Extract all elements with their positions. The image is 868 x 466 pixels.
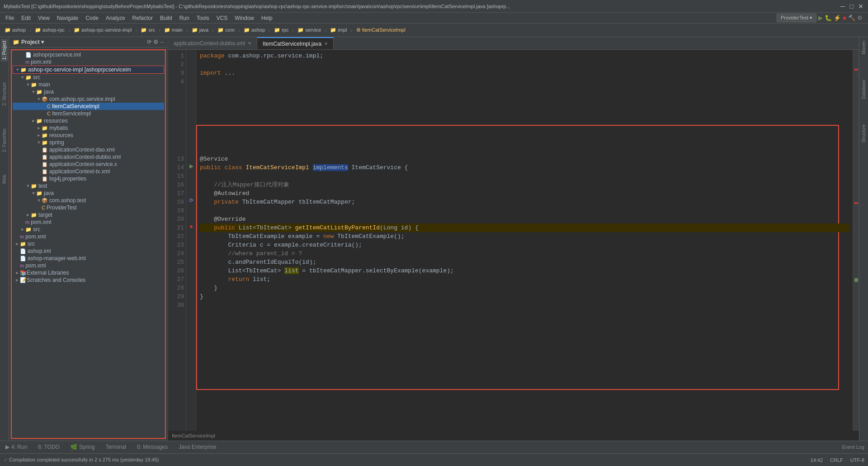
menu-view[interactable]: View: [34, 14, 53, 22]
menu-file[interactable]: File: [2, 14, 18, 22]
status-encoding[interactable]: UTF-8: [850, 457, 864, 463]
menu-analyze[interactable]: Analyze: [102, 14, 129, 22]
close-button[interactable]: ✕: [857, 3, 864, 10]
tree-item-src1[interactable]: ▼ 📁 src: [13, 74, 164, 81]
tree-item-provider-test[interactable]: C ProviderTest: [13, 204, 164, 211]
menu-window[interactable]: Window: [231, 14, 258, 22]
tree-item-mybatis[interactable]: ► 📁 mybatis: [13, 124, 164, 132]
tree-item-ctx-tx[interactable]: 📋 applicationContext-tx.xml: [13, 168, 164, 175]
tab-javaee[interactable]: Java Enterprise: [173, 441, 222, 453]
event-log[interactable]: Event Log: [842, 444, 868, 450]
tab-run[interactable]: ▶ 4: Run: [0, 441, 33, 453]
run-gutter-icon[interactable]: ▶: [189, 163, 193, 169]
tree-item-spring[interactable]: ▼ 📁 spring: [13, 139, 164, 146]
tree-item-ashop-test[interactable]: ▼ 📦 com.ashop.test: [13, 197, 164, 204]
tree-item-scratches[interactable]: ► 📝 Scratches and Consoles: [13, 276, 164, 284]
tab-spring[interactable]: 🌿 Spring: [65, 441, 100, 453]
menu-edit[interactable]: Edit: [18, 14, 34, 22]
tree-item-ashoprpcservice[interactable]: 📄 ashoprpcservice.iml: [13, 51, 164, 58]
bc-itemcat[interactable]: ItemCatServiceImpl: [172, 433, 215, 438]
favorites-icon[interactable]: 2: Favorites: [1, 127, 8, 154]
tab-appctx-close[interactable]: ✕: [248, 41, 251, 46]
build-button[interactable]: 🔨: [848, 14, 855, 21]
tree-item-test[interactable]: ▼ 📁 test: [13, 182, 164, 190]
code-editor[interactable]: 1 2 3 4 13 14 15 16 17 18 19 20: [168, 50, 859, 431]
tree-item-src3[interactable]: ► 📁 src: [13, 240, 164, 247]
database-icon[interactable]: Database: [860, 78, 867, 101]
xml-dao-icon: 📋: [42, 147, 48, 153]
breadcrumb-service-impl[interactable]: 📁 ashop-rpc-service-impl: [71, 26, 134, 34]
tree-item-package[interactable]: ▼ 📦 com.ashop.rpc.service.impl: [13, 95, 164, 103]
tree-item-manager-iml[interactable]: 📄 ashop-manager-web.iml: [13, 255, 164, 262]
tab-appctx[interactable]: applicationContext-dubbo.xml ✕: [168, 37, 257, 49]
refresh-gutter-icon[interactable]: ⟳: [189, 197, 193, 204]
tree-item-java[interactable]: ▼ 📁 java: [13, 88, 164, 95]
sync-icon[interactable]: ⟳: [147, 39, 151, 45]
menu-code[interactable]: Code: [82, 14, 102, 22]
breadcrumb-service[interactable]: 📁 service: [295, 26, 324, 34]
tree-item-service-impl-root[interactable]: ▼ 📁 ashop-rpc-service-impl [ashoprpcserv…: [13, 66, 164, 74]
breadcrumb-itemcat[interactable]: ⚙ ItemCatServiceImpl: [354, 26, 408, 34]
settings-icon-project[interactable]: ⚙: [153, 39, 158, 45]
structure-right-icon[interactable]: Structure: [860, 123, 867, 145]
menu-refactor[interactable]: Refactor: [129, 14, 156, 22]
debug-button[interactable]: 🐛: [825, 14, 832, 21]
run-config-selector[interactable]: ProviderTest ▾: [777, 14, 816, 22]
tab-itemcat[interactable]: ItemCatServiceImpl.java ✕: [257, 37, 334, 49]
tab-itemcat-close[interactable]: ✕: [324, 41, 328, 46]
menu-run[interactable]: Run: [176, 14, 193, 22]
breadcrumb-ashop-rpc[interactable]: 📁 ashop-rpc: [32, 26, 67, 34]
minimize-button[interactable]: ─: [839, 3, 846, 10]
run-button[interactable]: ▶: [818, 14, 823, 21]
tab-terminal[interactable]: Terminal: [100, 441, 132, 453]
menu-tools[interactable]: Tools: [193, 14, 213, 22]
menu-navigate[interactable]: Navigate: [53, 14, 82, 22]
project-panel-icon[interactable]: 1: Project: [1, 39, 8, 62]
java-test-icon: C: [42, 205, 45, 210]
tree-item-pom3[interactable]: m pom.xml: [13, 233, 164, 240]
tree-item-ctx-service[interactable]: 📋 applicationContext-service.x: [13, 161, 164, 168]
menu-help[interactable]: Help: [258, 14, 276, 22]
breadcrumb-com[interactable]: 📁 com: [215, 26, 237, 34]
maven-icon[interactable]: Maven: [860, 39, 867, 56]
code-content[interactable]: package com.ashop.rpc.service.impl; impo…: [196, 50, 853, 431]
tree-item-ashop-iml[interactable]: 📄 ashop.iml: [13, 247, 164, 255]
tree-item-itemservice[interactable]: C ItemServiceImpl: [13, 110, 164, 117]
breadcrumb-main[interactable]: 📁 main: [161, 26, 185, 34]
web-icon[interactable]: Web: [1, 173, 8, 185]
settings-button[interactable]: ⚙: [857, 14, 863, 21]
run-with-coverage[interactable]: ⚡: [834, 14, 841, 21]
tree-item-target[interactable]: ► 📁 target: [13, 211, 164, 219]
breadcrumb-ashop2[interactable]: 📁 ashop: [241, 26, 268, 34]
tree-item-resources2[interactable]: ► 📁 resources: [13, 132, 164, 139]
status-crlf[interactable]: CRLF: [830, 457, 843, 463]
breadcrumb-ashop[interactable]: 📁 ashop: [2, 26, 28, 34]
breadcrumb-src[interactable]: 📁 src: [138, 26, 158, 34]
maximize-button[interactable]: □: [848, 3, 855, 10]
collapse-icon[interactable]: ─: [160, 39, 164, 45]
tree-item-pom1[interactable]: m pom.xml: [13, 58, 164, 66]
tab-todo[interactable]: 6: TODO: [33, 441, 65, 453]
tree-item-pom2[interactable]: m pom.xml: [13, 219, 164, 226]
tab-messages[interactable]: 0: Messages: [132, 441, 173, 453]
tree-item-resources1[interactable]: ► 📁 resources: [13, 117, 164, 124]
folder-test-icon: 📁: [31, 183, 37, 189]
tree-item-main[interactable]: ▼ 📁 main: [13, 81, 164, 88]
menu-build[interactable]: Build: [156, 14, 176, 22]
tree-item-ctx-dubbo[interactable]: 📋 applicationContext-dubbo.xml: [13, 153, 164, 161]
scrollbar[interactable]: [853, 50, 859, 431]
tree-item-log4j[interactable]: 📋 log4j.properties: [13, 175, 164, 182]
breadcrumb-rpc[interactable]: 📁 rpc: [271, 26, 291, 34]
tree-item-itemcat-selected[interactable]: C ItemCatServiceImpl: [13, 103, 164, 110]
structure-icon[interactable]: 2: Structure: [1, 81, 8, 108]
stop-button[interactable]: ■: [843, 14, 846, 21]
tree-item-pom4[interactable]: m pom.xml: [13, 262, 164, 269]
tree-item-java2[interactable]: ▼ 📁 java: [13, 190, 164, 197]
breadcrumb-impl2[interactable]: 📁 impl: [327, 26, 349, 34]
breadcrumb-java[interactable]: 📁 java: [189, 26, 211, 34]
menu-vcs[interactable]: VCS: [213, 14, 231, 22]
tree-item-ctx-dao[interactable]: 📋 applicationContext-dao.xml: [13, 146, 164, 153]
breakpoint-icon[interactable]: ●: [189, 223, 193, 230]
tree-item-extlibs[interactable]: ► 📚 External Libraries: [13, 269, 164, 276]
tree-item-src2[interactable]: ► 📁 src: [13, 226, 164, 233]
